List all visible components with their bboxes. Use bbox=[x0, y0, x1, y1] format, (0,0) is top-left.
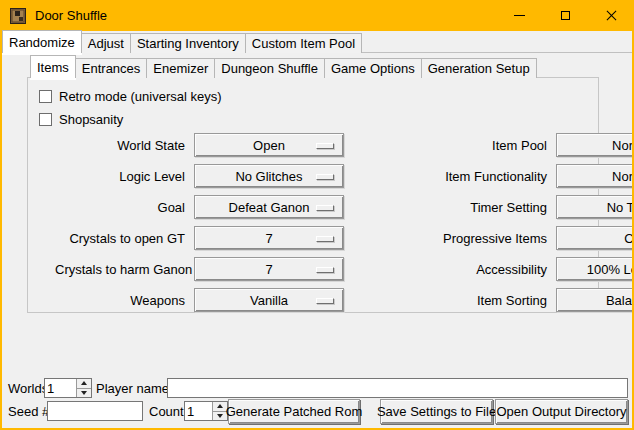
arrow-down-icon bbox=[81, 391, 87, 395]
accessibility-value: 100% Locations bbox=[587, 262, 634, 277]
item-pool-value: Normal bbox=[612, 138, 634, 153]
retro-mode-checkbox[interactable] bbox=[39, 90, 52, 103]
player-names-label: Player names bbox=[96, 381, 175, 396]
item-functionality-value: Normal bbox=[612, 169, 634, 184]
maximize-icon bbox=[561, 11, 570, 20]
crystals-ganon-dropdown[interactable]: 7 bbox=[194, 257, 344, 281]
item-functionality-label: Item Functionality bbox=[443, 169, 556, 184]
item-functionality-row: Item Functionality Normal bbox=[443, 164, 634, 188]
shopsanity-checkbox[interactable] bbox=[39, 113, 52, 126]
window-title: Door Shuffle bbox=[35, 8, 107, 23]
dropdown-slot-icon bbox=[316, 143, 334, 149]
logic-level-label: Logic Level bbox=[55, 169, 194, 184]
progressive-items-label: Progressive Items bbox=[443, 231, 556, 246]
retro-mode-label: Retro mode (universal keys) bbox=[59, 89, 222, 104]
options-column-left: World State Open Logic Level No Glitches… bbox=[55, 133, 344, 319]
worlds-spinbox[interactable] bbox=[44, 378, 92, 398]
tab-items[interactable]: Items bbox=[30, 55, 76, 78]
progressive-items-dropdown[interactable]: On bbox=[556, 226, 634, 250]
item-sorting-label: Item Sorting bbox=[443, 293, 556, 308]
item-pool-label: Item Pool bbox=[443, 138, 556, 153]
window-controls bbox=[496, 0, 634, 31]
world-state-label: World State bbox=[55, 138, 194, 153]
worlds-spin-buttons bbox=[76, 379, 91, 397]
tab-adjust[interactable]: Adjust bbox=[82, 33, 131, 53]
crystals-gt-value: 7 bbox=[265, 231, 272, 246]
weapons-value: Vanilla bbox=[250, 293, 288, 308]
accessibility-row: Accessibility 100% Locations bbox=[443, 257, 634, 281]
items-tab-panel: Retro mode (universal keys) Shopsanity W… bbox=[27, 77, 599, 313]
item-sorting-row: Item Sorting Balanced bbox=[443, 288, 634, 312]
seed-label: Seed # bbox=[8, 404, 49, 419]
crystals-gt-dropdown[interactable]: 7 bbox=[194, 226, 344, 250]
dropdown-slot-icon bbox=[316, 298, 334, 304]
dropdown-slot-icon bbox=[316, 205, 334, 211]
item-sorting-value: Balanced bbox=[606, 293, 634, 308]
save-settings-button[interactable]: Save Settings to File bbox=[380, 399, 493, 424]
title-bar: Door Shuffle bbox=[0, 0, 634, 31]
door-icon bbox=[10, 8, 26, 24]
count-input[interactable] bbox=[185, 402, 212, 420]
window-border-left bbox=[0, 0, 2, 430]
logic-level-value: No Glitches bbox=[235, 169, 302, 184]
progressive-items-row: Progressive Items On bbox=[443, 226, 634, 250]
close-button[interactable] bbox=[588, 0, 634, 31]
weapons-dropdown[interactable]: Vanilla bbox=[194, 288, 344, 312]
tab-starting-inventory[interactable]: Starting Inventory bbox=[131, 33, 246, 53]
count-spinbox[interactable] bbox=[184, 401, 228, 421]
tab-generation-setup[interactable]: Generation Setup bbox=[422, 58, 537, 78]
minimize-button[interactable] bbox=[496, 0, 542, 31]
crystals-ganon-row: Crystals to harm Ganon 7 bbox=[55, 257, 344, 281]
close-icon bbox=[606, 10, 617, 21]
dropdown-slot-icon bbox=[316, 236, 334, 242]
accessibility-dropdown[interactable]: 100% Locations bbox=[556, 257, 634, 281]
retro-mode-row: Retro mode (universal keys) bbox=[39, 88, 222, 104]
goal-value: Defeat Ganon bbox=[229, 200, 310, 215]
logic-level-dropdown[interactable]: No Glitches bbox=[194, 164, 344, 188]
timer-setting-label: Timer Setting bbox=[443, 200, 556, 215]
count-label: Count bbox=[149, 404, 184, 419]
crystals-gt-label: Crystals to open GT bbox=[55, 231, 194, 246]
item-pool-row: Item Pool Normal bbox=[443, 133, 634, 157]
tab-randomize[interactable]: Randomize bbox=[2, 30, 82, 53]
generate-patched-rom-button[interactable]: Generate Patched Rom bbox=[228, 399, 360, 424]
crystals-gt-row: Crystals to open GT 7 bbox=[55, 226, 344, 250]
door-shuffle-window: Door Shuffle Randomize Adjust Starting I… bbox=[0, 0, 634, 430]
worlds-spin-down-button[interactable] bbox=[77, 389, 91, 398]
seed-input[interactable] bbox=[47, 401, 143, 421]
goal-row: Goal Defeat Ganon bbox=[55, 195, 344, 219]
tab-enemizer[interactable]: Enemizer bbox=[147, 58, 215, 78]
weapons-label: Weapons bbox=[55, 293, 194, 308]
accessibility-label: Accessibility bbox=[443, 262, 556, 277]
player-names-input[interactable] bbox=[167, 378, 628, 398]
world-state-dropdown[interactable]: Open bbox=[194, 133, 344, 157]
world-state-value: Open bbox=[253, 138, 285, 153]
tab-custom-item-pool[interactable]: Custom Item Pool bbox=[246, 33, 362, 53]
item-sorting-dropdown[interactable]: Balanced bbox=[556, 288, 634, 312]
weapons-row: Weapons Vanilla bbox=[55, 288, 344, 312]
logic-level-row: Logic Level No Glitches bbox=[55, 164, 344, 188]
worlds-label: Worlds bbox=[8, 381, 48, 396]
worlds-spin-up-button[interactable] bbox=[77, 379, 91, 389]
shopsanity-label: Shopsanity bbox=[59, 112, 123, 127]
timer-setting-row: Timer Setting No Timer bbox=[443, 195, 634, 219]
options-column-right: Item Pool Normal Item Functionality Norm… bbox=[443, 133, 634, 319]
main-tab-bar: Randomize Adjust Starting Inventory Cust… bbox=[2, 32, 362, 53]
timer-setting-value: No Timer bbox=[607, 200, 634, 215]
timer-setting-dropdown[interactable]: No Timer bbox=[556, 195, 634, 219]
maximize-button[interactable] bbox=[542, 0, 588, 31]
tab-game-options[interactable]: Game Options bbox=[325, 58, 422, 78]
tab-entrances[interactable]: Entrances bbox=[76, 58, 148, 78]
crystals-ganon-label: Crystals to harm Ganon bbox=[55, 262, 194, 277]
sub-tab-bar: Items Entrances Enemizer Dungeon Shuffle… bbox=[30, 57, 537, 78]
tab-dungeon-shuffle[interactable]: Dungeon Shuffle bbox=[215, 58, 325, 78]
item-pool-dropdown[interactable]: Normal bbox=[556, 133, 634, 157]
goal-dropdown[interactable]: Defeat Ganon bbox=[194, 195, 344, 219]
goal-label: Goal bbox=[55, 200, 194, 215]
shopsanity-row: Shopsanity bbox=[39, 111, 123, 127]
worlds-input[interactable] bbox=[45, 379, 76, 397]
arrow-up-icon bbox=[217, 404, 223, 408]
crystals-ganon-value: 7 bbox=[265, 262, 272, 277]
item-functionality-dropdown[interactable]: Normal bbox=[556, 164, 634, 188]
open-output-directory-button[interactable]: Open Output Directory bbox=[495, 399, 628, 424]
